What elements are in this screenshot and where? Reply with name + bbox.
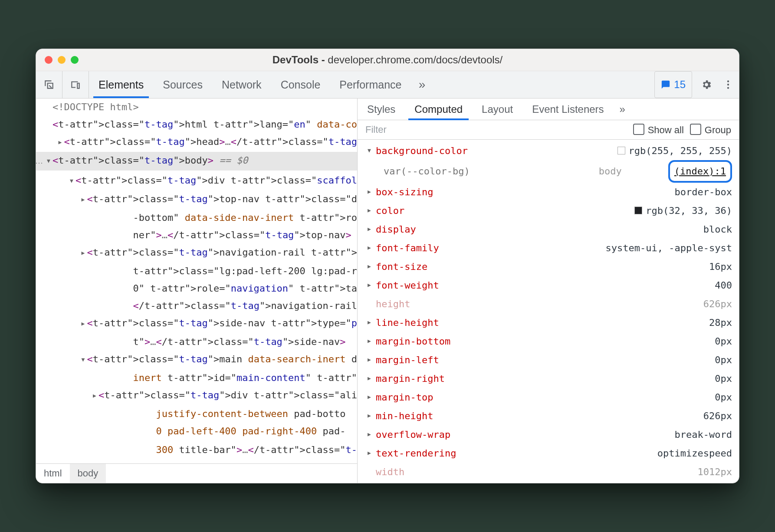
maximize-window-button[interactable] <box>71 56 79 64</box>
computed-properties: background-colorrgb(255, 255, 255)var(--… <box>358 140 739 483</box>
filter-input[interactable]: Filter <box>365 124 627 135</box>
close-window-button[interactable] <box>45 56 53 64</box>
filter-bar: Filter Show all Group <box>358 120 739 140</box>
device-toolbar-button[interactable] <box>62 71 89 98</box>
dom-node[interactable]: t">…</t-attr">class="t-tag">side-nav> <box>36 333 357 351</box>
source-link[interactable]: (index):1 <box>668 160 732 183</box>
dom-node[interactable]: <t-attr">class="t-tag">head>…</t-attr">c… <box>36 133 357 152</box>
breadcrumb-body[interactable]: body <box>70 464 106 483</box>
subtab-computed[interactable]: Computed <box>405 99 472 120</box>
tab-performance[interactable]: Performance <box>330 71 411 98</box>
inspect-element-button[interactable] <box>36 71 62 98</box>
svg-point-0 <box>727 80 729 82</box>
tab-network[interactable]: Network <box>212 71 271 98</box>
subtab-event-listeners[interactable]: Event Listeners <box>522 99 613 120</box>
computed-property[interactable]: margin-bottom0px <box>358 332 739 351</box>
dom-node[interactable]: <t-attr">class="t-tag">top-nav t-attr">c… <box>36 190 357 209</box>
window-controls <box>45 56 79 64</box>
svg-point-1 <box>727 84 729 85</box>
subtab-layout[interactable]: Layout <box>472 99 522 120</box>
dom-node[interactable]: <t-attr">class="t-tag">main data-search-… <box>36 351 357 369</box>
panel-tabs: ElementsSourcesNetworkConsolePerformance <box>89 71 411 98</box>
svg-point-2 <box>727 87 729 89</box>
elements-panel: <!DOCTYPE html><t-attr">class="t-tag">ht… <box>36 99 358 483</box>
kebab-menu-button[interactable] <box>717 71 739 98</box>
dom-node[interactable]: <!DOCTYPE html> <box>36 99 357 116</box>
computed-property[interactable]: colorrgb(32, 33, 36) <box>358 201 739 220</box>
dom-node[interactable]: <t-attr">class="t-tag">div t-attr">class… <box>36 171 357 190</box>
computed-property[interactable]: min-height626px <box>358 407 739 425</box>
computed-property[interactable]: displayblock <box>358 220 739 239</box>
window-title: DevTools - developer.chrome.com/docs/dev… <box>273 54 502 66</box>
computed-property[interactable]: font-weight400 <box>358 276 739 295</box>
dom-node[interactable]: 0 pad-left-400 pad-right-400 pad- <box>36 423 357 440</box>
sidebar-tabs: StylesComputedLayoutEvent Listeners» <box>358 99 739 120</box>
devtools-window: DevTools - developer.chrome.com/docs/dev… <box>36 49 739 483</box>
message-icon <box>661 80 670 89</box>
dom-node[interactable]: 300 title-bar">…</t-attr">class="t-tag">… <box>36 440 357 459</box>
dom-node[interactable]: inert t-attr">id="main-content" t-attr">… <box>36 369 357 387</box>
more-subtabs-button[interactable]: » <box>614 99 631 120</box>
dom-node[interactable]: t-attr">class="lg:pad-left-200 lg:pad-ri… <box>36 263 357 280</box>
dom-node[interactable]: justify-content-between pad-botto <box>36 405 357 423</box>
styles-sidebar: StylesComputedLayoutEvent Listeners» Fil… <box>358 99 739 483</box>
computed-property[interactable]: margin-left0px <box>358 351 739 369</box>
issues-counter[interactable]: 15 <box>654 71 692 98</box>
dom-tree[interactable]: <!DOCTYPE html><t-attr">class="t-tag">ht… <box>36 99 357 463</box>
main-toolbar: ElementsSourcesNetworkConsolePerformance… <box>36 71 739 99</box>
more-panels-button[interactable]: » <box>411 71 433 98</box>
issues-count: 15 <box>674 79 686 91</box>
computed-property[interactable]: background-colorrgb(255, 255, 255) <box>358 141 739 160</box>
dom-node[interactable]: <t-attr">class="t-tag">html t-attr">lang… <box>36 116 357 133</box>
computed-property[interactable]: font-familysystem-ui, -apple-syst <box>358 239 739 257</box>
minimize-window-button[interactable] <box>58 56 66 64</box>
titlebar: DevTools - developer.chrome.com/docs/dev… <box>36 49 739 71</box>
dom-node[interactable]: <t-attr">class="t-tag">side-nav t-attr">… <box>36 315 357 333</box>
panel-body: <!DOCTYPE html><t-attr">class="t-tag">ht… <box>36 99 739 483</box>
subtab-styles[interactable]: Styles <box>358 99 405 120</box>
computed-property[interactable]: width1012px <box>358 463 739 481</box>
breadcrumb: html body <box>36 463 357 483</box>
dom-node[interactable]: <t-attr">class="t-tag">div t-attr">class… <box>36 459 357 463</box>
computed-property[interactable]: margin-top0px <box>358 388 739 407</box>
computed-property[interactable]: font-size16px <box>358 257 739 276</box>
dom-node[interactable]: 0" t-attr">role="navigation" t-attr">tab… <box>36 280 357 297</box>
computed-property[interactable]: margin-right0px <box>358 369 739 388</box>
settings-button[interactable] <box>696 71 717 98</box>
computed-property-source[interactable]: var(--color-bg)body(index):1 <box>358 160 739 183</box>
dom-node[interactable]: -bottom" data-side-nav-inert t-attr">rol… <box>36 209 357 227</box>
computed-property[interactable]: overflow-wrapbreak-word <box>358 425 739 444</box>
dom-node[interactable]: ner">…</t-attr">class="t-tag">top-nav> <box>36 227 357 244</box>
computed-property[interactable]: box-sizingborder-box <box>358 183 739 201</box>
computed-property[interactable]: height626px <box>358 295 739 313</box>
group-checkbox[interactable]: Group <box>690 124 731 136</box>
computed-property[interactable]: text-renderingoptimizespeed <box>358 444 739 463</box>
breadcrumb-html[interactable]: html <box>36 464 70 483</box>
dom-node[interactable]: <t-attr">class="t-tag">navigation-rail t… <box>36 244 357 263</box>
tab-elements[interactable]: Elements <box>89 71 153 98</box>
tab-console[interactable]: Console <box>271 71 330 98</box>
show-all-checkbox[interactable]: Show all <box>633 124 684 136</box>
tab-sources[interactable]: Sources <box>153 71 212 98</box>
dom-node[interactable]: <t-attr">class="t-tag">div t-attr">class… <box>36 387 357 405</box>
dom-node[interactable]: </t-attr">class="t-tag">navigation-rail> <box>36 297 357 315</box>
dom-node[interactable]: <t-attr">class="t-tag">body> == $0 <box>36 152 357 171</box>
computed-property[interactable]: line-height28px <box>358 313 739 332</box>
